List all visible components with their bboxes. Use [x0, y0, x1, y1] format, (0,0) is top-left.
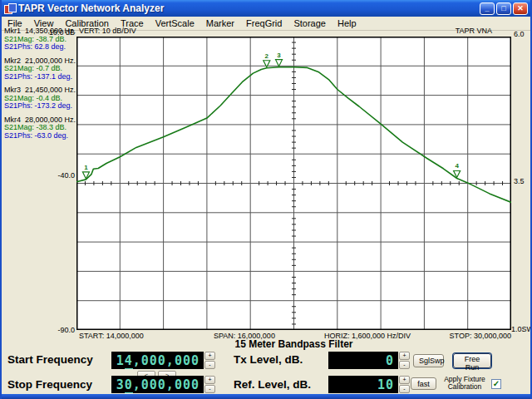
- left-axis-mid-label: -40.0: [50, 171, 75, 180]
- marker-2[interactable]: 2: [264, 52, 270, 67]
- menu-item-help[interactable]: Help: [332, 17, 362, 29]
- marker-number-label: 1: [84, 164, 88, 171]
- marker-readout-3: Mkr3 21,450,000 Hz.S21Mag: -0.4 dB.S21Ph…: [4, 86, 81, 111]
- menu-item-freqgrid[interactable]: FreqGrid: [240, 17, 288, 29]
- marker-3[interactable]: 3: [276, 52, 283, 66]
- marker-phase-line: S21Phs: -63.0 deg.: [4, 132, 81, 140]
- ref-level-display[interactable]: 10: [328, 376, 398, 393]
- marker-phase-line: S21Phs: -137.1 deg.: [4, 73, 81, 81]
- marker-phase-line: S21Phs: 62.8 deg.: [4, 43, 81, 52]
- close-button[interactable]: ✕: [513, 2, 528, 15]
- marker-number-label: 2: [265, 52, 269, 60]
- start-frequency-spinner: + -: [204, 352, 215, 369]
- marker-readout-4: Mkr4 28,000,000 Hz.S21Mag: -38.3 dB.S21P…: [4, 116, 81, 140]
- brand-label: TAPR VNA: [438, 27, 492, 35]
- apply-fixture-calibration-checkbox[interactable]: ✓: [491, 379, 501, 389]
- marker-phase-line: S21Phs: -173.2 deg.: [4, 102, 81, 111]
- marker-4[interactable]: 4: [454, 162, 461, 177]
- tx-level-label: Tx Level, dB.: [234, 353, 303, 366]
- spin-up-button[interactable]: +: [204, 376, 215, 384]
- start-frequency-label: Start Frequency: [7, 353, 93, 366]
- graph-area[interactable]: 1234: [76, 37, 511, 330]
- marker-readout-panel: Mkr1 14,350,000 Hz.S21Mag: -38.7 dB.S21P…: [4, 27, 81, 145]
- ref-level-spinner: + -: [399, 376, 410, 393]
- titlebar: TAPR Vector Network Analyzer _ □ ✕: [2, 0, 530, 17]
- app-icon: [4, 3, 15, 13]
- apply-fixture-calibration-label: Apply Fixture Calibration: [440, 376, 490, 391]
- ref-level-label: Ref. Level, dB.: [234, 378, 311, 391]
- left-axis-bottom-label: -90.0: [50, 326, 75, 334]
- left-axis-top-label: 10.0 dB: [35, 28, 75, 37]
- right-axis-mid-label: 3.5: [514, 177, 525, 185]
- menu-item-marker[interactable]: Marker: [200, 17, 240, 29]
- vertical-scale-label: VERT: 10 dB/DIV: [79, 27, 136, 35]
- start-frequency-cursor-digit: 4: [125, 353, 133, 369]
- right-axis-top-label: 6.0: [514, 30, 525, 38]
- right-axis-bottom-label: 1.0SWR: [511, 325, 532, 333]
- menu-item-vertscale[interactable]: VertScale: [150, 17, 200, 29]
- app-window: TAPR Vector Network Analyzer _ □ ✕ FileV…: [0, 0, 532, 399]
- spin-down-button[interactable]: -: [204, 361, 215, 369]
- spin-up-button[interactable]: +: [399, 352, 410, 360]
- apply-fixture-line2: Calibration: [448, 382, 482, 391]
- tx-level-display[interactable]: 0: [328, 352, 398, 369]
- graph-canvas[interactable]: 1234: [76, 37, 511, 330]
- ref-level-value: 10: [377, 377, 394, 392]
- marker-number-label: 3: [277, 52, 281, 59]
- fast-sweep-button[interactable]: fast: [411, 377, 436, 390]
- spin-down-button[interactable]: -: [204, 385, 215, 393]
- plot-title: 15 Meter Bandpass Filter: [76, 338, 511, 350]
- marker-number-label: 4: [455, 162, 459, 170]
- single-sweep-button[interactable]: SglSwp: [413, 354, 444, 367]
- stop-frequency-cursor-digit: 0: [125, 377, 133, 393]
- window-bottom-border: [2, 394, 530, 399]
- start-frequency-value-rest: ,000,000: [133, 353, 200, 368]
- minimize-button[interactable]: _: [480, 2, 495, 15]
- maximize-button[interactable]: □: [496, 2, 511, 15]
- marker-triangle-icon: [276, 60, 283, 66]
- start-frequency-value: 1: [116, 353, 125, 368]
- spin-up-button[interactable]: +: [399, 376, 410, 384]
- tx-level-spinner: + -: [399, 352, 410, 369]
- menu-item-storage[interactable]: Storage: [288, 17, 332, 29]
- stop-frequency-spinner: + -: [204, 376, 215, 393]
- marker-readout-2: Mkr2 21,000,000 Hz.S21Mag: -0.7 dB.S21Ph…: [4, 57, 81, 81]
- stop-frequency-label: Stop Frequency: [7, 378, 92, 391]
- spin-up-button[interactable]: +: [204, 352, 215, 360]
- stop-frequency-display[interactable]: 30,000,000: [111, 376, 204, 393]
- spin-down-button[interactable]: -: [399, 385, 410, 393]
- start-frequency-display[interactable]: 14,000,000: [111, 352, 204, 369]
- stop-frequency-value-rest: ,000,000: [133, 377, 200, 392]
- grid-lines: [76, 37, 511, 330]
- spin-down-button[interactable]: -: [399, 361, 410, 369]
- free-run-button[interactable]: Free Run: [453, 353, 491, 368]
- window-title: TAPR Vector Network Analyzer: [18, 2, 480, 14]
- stop-frequency-value: 3: [116, 377, 125, 392]
- tx-level-value: 0: [386, 353, 394, 368]
